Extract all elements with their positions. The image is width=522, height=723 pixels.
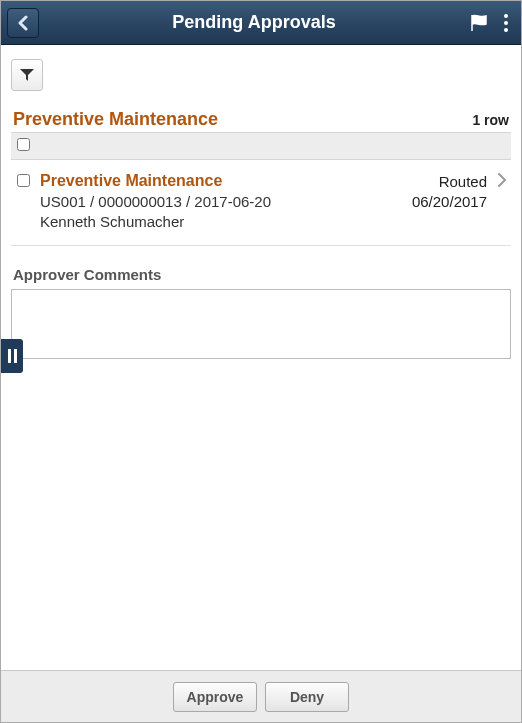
filter-button[interactable] — [11, 59, 43, 91]
approve-button[interactable]: Approve — [173, 682, 257, 712]
pause-icon — [8, 349, 17, 363]
svg-point-0 — [504, 14, 508, 18]
select-all-bar — [11, 132, 511, 160]
section-title: Preventive Maintenance — [13, 109, 218, 130]
chevron-left-icon — [17, 15, 29, 31]
comments-label: Approver Comments — [13, 266, 509, 283]
svg-point-1 — [504, 21, 508, 25]
item-date: 06/20/2017 — [412, 192, 487, 212]
back-button[interactable] — [7, 8, 39, 38]
main-content: Preventive Maintenance 1 row Preventive … — [1, 45, 521, 670]
flag-icon[interactable] — [469, 13, 491, 33]
item-meta: Routed 06/20/2017 — [412, 172, 491, 213]
item-title: Preventive Maintenance — [40, 172, 412, 190]
side-handle[interactable] — [1, 339, 23, 373]
deny-button[interactable]: Deny — [265, 682, 349, 712]
filter-icon — [19, 68, 35, 82]
item-body: Preventive Maintenance US001 / 000000001… — [40, 172, 412, 233]
item-status: Routed — [412, 172, 487, 192]
list-item[interactable]: Preventive Maintenance US001 / 000000001… — [11, 160, 511, 246]
header-bar: Pending Approvals — [1, 1, 521, 45]
page-title: Pending Approvals — [39, 12, 469, 33]
svg-point-2 — [504, 28, 508, 32]
select-all-checkbox[interactable] — [17, 138, 30, 151]
item-detail: US001 / 0000000013 / 2017-06-20 — [40, 192, 412, 212]
item-person: Kenneth Schumacher — [40, 212, 412, 232]
chevron-right-icon — [491, 172, 507, 188]
section-header: Preventive Maintenance 1 row — [13, 109, 509, 130]
more-menu-icon[interactable] — [503, 13, 509, 33]
item-checkbox[interactable] — [17, 174, 30, 187]
row-count: 1 row — [472, 112, 509, 128]
comments-textarea[interactable] — [11, 289, 511, 359]
header-actions — [469, 13, 515, 33]
footer-bar: Approve Deny — [1, 670, 521, 722]
